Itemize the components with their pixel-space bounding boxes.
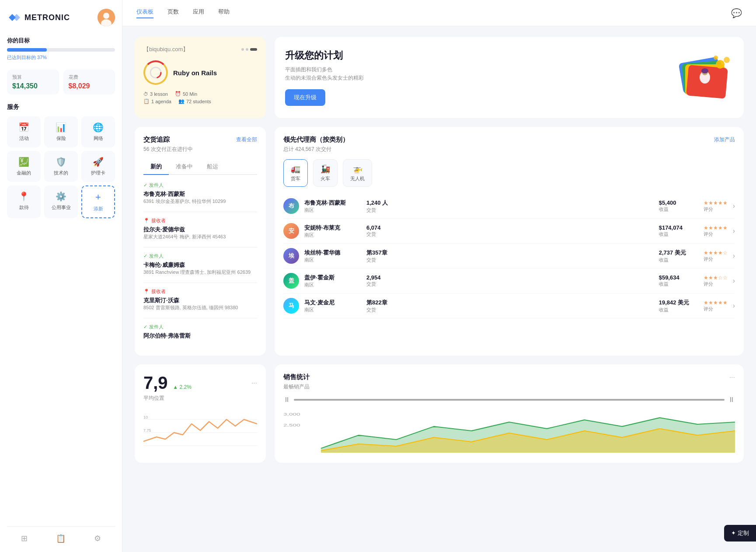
service-public[interactable]: ⚙️ 公用事业 <box>44 185 78 218</box>
layers-icon[interactable]: ⊞ <box>21 534 28 543</box>
truck-label: 货车 <box>291 175 300 182</box>
agent-region-1: 南区 <box>304 232 361 238</box>
progress-bar-bg <box>7 48 115 52</box>
agent-row-3: 盖 盖伊·霍金斯 南区 2,954 交货 $59,634 收益 ★★★☆☆ <box>283 269 735 293</box>
agent-region-3: 南区 <box>304 282 361 288</box>
cat-drone[interactable]: 🚁 无人机 <box>343 159 372 187</box>
pause-icon[interactable]: ⏸ <box>728 396 735 404</box>
svg-point-9 <box>716 60 725 69</box>
agent-info-4: 马文·麦金尼 南区 <box>304 299 361 313</box>
delivery-header: 交货追踪 查看全部 <box>143 136 257 144</box>
add-icon: + <box>95 192 101 203</box>
course-dots <box>241 48 257 51</box>
agent-arrow-1[interactable]: › <box>733 227 735 235</box>
nav-apps[interactable]: 应用 <box>193 8 204 18</box>
service-tech[interactable]: 🛡️ 技术的 <box>44 151 78 182</box>
receiver-addr-1: 星家大道2464号 梅萨, 新泽西州 45463 <box>143 234 257 240</box>
service-nursing[interactable]: 🚀 护理卡 <box>81 151 115 182</box>
content: 【biqubiqu.com】 Ruby <box>122 26 756 552</box>
agent-arrow-2[interactable]: › <box>733 252 735 260</box>
agent-row-2: 埃 埃丝特·霍华德 南区 第357章 交货 2,737 美元 收益 ★★★★☆ <box>283 244 735 269</box>
tab-shipping[interactable]: 船运 <box>200 159 225 175</box>
svg-text:3,000: 3,000 <box>283 412 300 417</box>
sender-name-2: 卡梅伦·威廉姆森 <box>143 261 257 269</box>
agent-arrow-0[interactable]: › <box>733 202 735 210</box>
score-label: 平均位置 <box>143 395 257 402</box>
delivery-card: 交货追踪 查看全部 56 次交付正在进行中 新的 准备中 船运 ✓ 发件人 布鲁… <box>135 127 266 356</box>
students-icon: 👥 <box>178 98 185 104</box>
agent-rating-3: ★★★☆☆ 评分 <box>704 275 728 287</box>
svg-text:7.75: 7.75 <box>143 428 151 433</box>
add-product-btn[interactable]: 添加产品 <box>714 136 735 143</box>
topnav-links: 仪表板 页数 应用 帮助 <box>136 8 230 18</box>
document-icon[interactable]: 📋 <box>56 534 66 543</box>
nav-dashboard[interactable]: 仪表板 <box>136 8 153 18</box>
receiver-name-1: 拉尔夫·爱德华兹 <box>143 226 257 234</box>
sales-menu[interactable]: ··· <box>729 374 735 381</box>
service-network[interactable]: 🌐 网络 <box>81 116 115 147</box>
course-info: Ruby on Rails <box>143 60 257 85</box>
sidebar-header: METRONIC <box>7 9 115 26</box>
cat-train[interactable]: 🚂 火车 <box>313 159 338 187</box>
agent-header: 领先代理商（按类别） 添加产品 <box>283 136 735 144</box>
finance-label: 金融的 <box>17 170 31 176</box>
app-name: METRONIC <box>24 13 70 22</box>
nav-help[interactable]: 帮助 <box>218 8 230 18</box>
check-icon-1: ✓ <box>143 182 147 188</box>
drone-icon: 🚁 <box>353 164 362 174</box>
upgrade-desc: 平面插图和我们多色 生动的未混合紫色头发女士的精彩 <box>285 66 364 82</box>
receiver-label-2: 📍 接收者 <box>143 288 257 295</box>
sidebar: METRONIC 你的目标 已达到目标的 37% 预算 $14,350 花费 $… <box>0 0 122 552</box>
chat-icon[interactable]: 💬 <box>731 8 742 18</box>
agent-info-1: 安妮特·布莱克 南区 <box>304 224 361 238</box>
course-name: Ruby on Rails <box>173 69 217 77</box>
customize-button[interactable]: ✦ 定制 <box>724 525 756 542</box>
score-menu[interactable]: ··· <box>251 379 257 387</box>
course-meta: ⏱ 3 lesson ⏰ 50 Min 📋 1 agenda <box>143 91 257 104</box>
tech-label: 技术的 <box>54 170 68 176</box>
logo: METRONIC <box>7 12 70 23</box>
agent-deliveries-1: 6,074 交货 <box>366 224 654 238</box>
service-activity[interactable]: 📅 活动 <box>7 116 41 147</box>
check-icon-3: ✓ <box>143 324 147 330</box>
play-icon[interactable]: ⏸ <box>283 396 290 404</box>
service-finance[interactable]: 💹 金融的 <box>7 151 41 182</box>
sender-name-3: 阿尔伯特·弗洛雷斯 <box>143 332 257 340</box>
view-all-link[interactable]: 查看全部 <box>236 136 257 143</box>
check-icon-2: ✓ <box>143 253 147 259</box>
hospitality-icon: 📍 <box>18 191 29 202</box>
upgrade-button[interactable]: 现在升级 <box>285 89 325 106</box>
upgrade-card: 升级您的计划 平面插图和我们多色 生动的未混合紫色头发女士的精彩 现在升级 <box>275 37 744 118</box>
expense-value: $8,029 <box>69 82 110 90</box>
agent-arrow-3[interactable]: › <box>733 277 735 285</box>
budget-row: 预算 $14,350 花费 $8,029 <box>7 70 115 94</box>
cat-truck[interactable]: 🚛 货车 <box>283 159 308 187</box>
goal-label: 你的目标 <box>7 37 115 45</box>
svg-point-11 <box>714 56 718 60</box>
dot-1 <box>241 48 244 51</box>
agent-info-2: 埃丝特·霍华德 南区 <box>304 249 361 263</box>
settings-icon[interactable]: ⚙ <box>94 534 101 543</box>
service-add[interactable]: + 添新 <box>81 185 115 218</box>
tech-icon: 🛡️ <box>56 157 66 167</box>
category-tabs: 🚛 货车 🚂 火车 🚁 无人机 <box>283 159 735 187</box>
sales-subtitle: 最畅销产品 <box>283 383 735 391</box>
add-label: 添新 <box>94 206 103 212</box>
agent-region-2: 南区 <box>304 257 361 263</box>
receiver-name-2: 克里斯汀·沃森 <box>143 297 257 304</box>
nav-pages[interactable]: 页数 <box>167 8 179 18</box>
divider-3 <box>143 283 257 283</box>
service-hospitality[interactable]: 📍 款待 <box>7 185 41 218</box>
agent-arrow-4[interactable]: › <box>733 302 735 310</box>
sales-card: 销售统计 ··· 最畅销产品 ⏸ ⏸ 3,000 2,500 <box>275 364 744 463</box>
service-insurance[interactable]: 📊 保险 <box>44 116 78 147</box>
agent-row-0: 布 布鲁克林·西蒙斯 南区 1,240 人 交货 $5,400 收益 ★★★★ <box>283 194 735 219</box>
receiver-label-1: 📍 接收者 <box>143 217 257 224</box>
sales-chart: 3,000 2,500 <box>283 409 735 453</box>
tab-preparing[interactable]: 准备中 <box>169 159 200 175</box>
user-avatar[interactable] <box>98 9 115 26</box>
tab-new[interactable]: 新的 <box>143 159 169 175</box>
delivery-item-1: ✓ 发件人 布鲁克林·西蒙斯 6391 埃尔金圣塞萨尔, 特拉华州 10299 <box>143 182 257 205</box>
delivery-tabs: 新的 准备中 船运 <box>143 159 257 175</box>
dot-3 <box>250 48 257 51</box>
